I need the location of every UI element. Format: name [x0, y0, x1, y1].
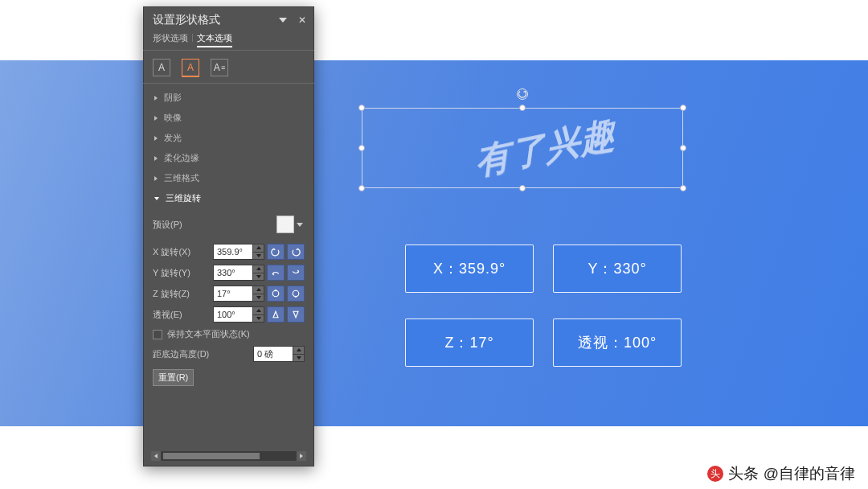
chevron-down-icon: [297, 223, 303, 227]
tab-shape-options[interactable]: 形状选项: [153, 32, 188, 47]
card-x: X：359.9°: [405, 244, 534, 293]
tab-text-options[interactable]: 文本选项: [197, 32, 232, 47]
category-reflection[interactable]: 映像: [143, 109, 314, 127]
perspective-narrow-icon[interactable]: [267, 306, 285, 323]
resize-handle[interactable]: [358, 145, 365, 151]
rotate-cw-icon[interactable]: [287, 286, 305, 302]
perspective-wide-icon[interactable]: [287, 306, 305, 323]
preset-dropdown[interactable]: [271, 215, 305, 234]
selection-border: [362, 108, 683, 188]
category-glow[interactable]: 发光: [143, 129, 314, 147]
tab-separator: |: [191, 32, 194, 47]
text-box-icon[interactable]: A≡: [211, 59, 228, 76]
y-spin-up[interactable]: [253, 265, 264, 273]
distance-input[interactable]: [253, 346, 293, 362]
rotate-up-icon[interactable]: [267, 265, 285, 281]
distance-label: 距底边高度(D): [153, 348, 209, 360]
card-z: Z：17°: [405, 318, 534, 367]
watermark: 头 头条 @自律的音律: [707, 463, 855, 484]
panel-title: 设置形状格式: [153, 13, 220, 27]
keep-text-flat-checkbox[interactable]: [153, 330, 162, 339]
x-spin-down[interactable]: [253, 253, 264, 260]
dist-spin-down[interactable]: [293, 355, 304, 362]
category-shadow[interactable]: 阴影: [143, 88, 314, 107]
resize-handle[interactable]: [358, 105, 365, 111]
rotate-right-icon[interactable]: [287, 244, 305, 260]
preset-label: 预设(P): [153, 219, 182, 231]
panel-scrollbar[interactable]: [151, 451, 306, 461]
z-spin-up[interactable]: [253, 286, 264, 294]
x-spin-up[interactable]: [253, 244, 264, 253]
watermark-text: 头条 @自律的音律: [728, 463, 855, 484]
keep-text-flat-label: 保持文本平面状态(K): [167, 328, 250, 340]
text-effects-icon[interactable]: A: [182, 59, 199, 76]
selected-text-object[interactable]: 有了兴趣: [362, 108, 683, 188]
category-soft-edges[interactable]: 柔化边缘: [143, 149, 314, 167]
panel-menu-icon[interactable]: [279, 18, 287, 23]
dist-spin-up[interactable]: [293, 347, 304, 355]
resize-handle[interactable]: [519, 185, 526, 191]
resize-handle[interactable]: [519, 105, 526, 111]
format-shape-panel: 设置形状格式 ✕ 形状选项 | 文本选项 A A A≡ 阴影 映像 发光 柔化边…: [143, 6, 314, 466]
persp-spin-down[interactable]: [253, 315, 264, 323]
svg-point-0: [272, 290, 279, 297]
x-rotation-input[interactable]: [213, 244, 253, 260]
resize-handle[interactable]: [680, 105, 686, 111]
reset-button[interactable]: 重置(R): [153, 369, 194, 386]
y-rotation-input[interactable]: [213, 265, 253, 281]
resize-handle[interactable]: [680, 145, 686, 151]
svg-point-1: [293, 290, 299, 297]
y-rotation-label: Y 旋转(Y): [153, 267, 190, 279]
persp-spin-up[interactable]: [253, 307, 264, 315]
rotate-down-icon[interactable]: [287, 265, 305, 281]
rotate-ccw-icon[interactable]: [267, 286, 285, 302]
card-y: Y：330°: [553, 244, 682, 293]
scroll-thumb[interactable]: [163, 453, 260, 459]
scroll-right-icon[interactable]: [297, 451, 306, 461]
text-fill-outline-icon[interactable]: A: [153, 59, 170, 76]
close-icon[interactable]: ✕: [298, 14, 306, 26]
scroll-left-icon[interactable]: [151, 451, 161, 461]
y-spin-down[interactable]: [253, 273, 264, 281]
resize-handle[interactable]: [358, 185, 365, 191]
card-perspective: 透视：100°: [553, 318, 682, 367]
preset-swatch-icon: [276, 216, 294, 233]
summary-cards: X：359.9° Y：330° Z：17° 透视：100°: [405, 244, 682, 367]
rotate-left-icon[interactable]: [267, 244, 285, 260]
rotation-handle-icon[interactable]: [517, 88, 528, 100]
perspective-label: 透视(E): [153, 309, 182, 321]
z-rotation-label: Z 旋转(Z): [153, 288, 190, 300]
x-rotation-label: X 旋转(X): [153, 246, 190, 258]
z-spin-down[interactable]: [253, 294, 264, 302]
resize-handle[interactable]: [680, 185, 686, 191]
category-3d-format[interactable]: 三维格式: [143, 169, 314, 187]
watermark-icon: 头: [707, 466, 723, 482]
category-3d-rotation[interactable]: 三维旋转: [143, 189, 314, 208]
z-rotation-input[interactable]: [213, 286, 253, 302]
perspective-input[interactable]: [213, 306, 253, 323]
